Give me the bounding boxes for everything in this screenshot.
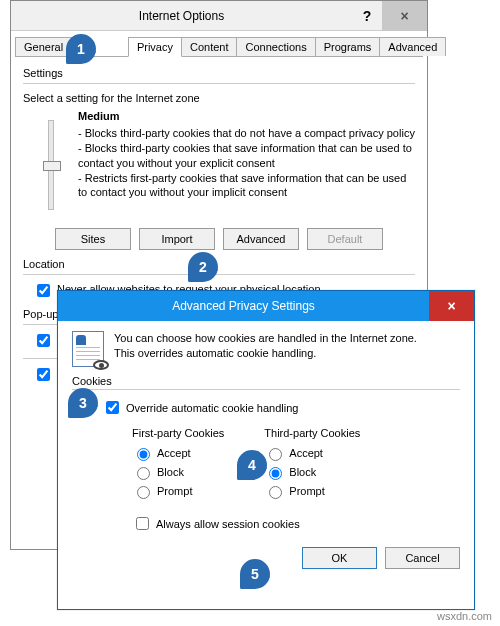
ok-button[interactable]: OK [302,547,377,569]
first-party-accept-radio[interactable] [137,448,150,461]
popup-blocker-checkbox[interactable] [37,334,50,347]
session-cookies-label: Always allow session cookies [156,518,300,530]
tab-advanced[interactable]: Advanced [379,37,446,56]
first-party-block-radio[interactable] [137,467,150,480]
override-cookie-label: Override automatic cookie handling [126,402,298,414]
advanced-button[interactable]: Advanced [223,228,299,250]
first-party-prompt-radio[interactable] [137,486,150,499]
tab-privacy[interactable]: Privacy [128,37,182,57]
close-button[interactable]: × [382,1,427,31]
zone-text: Select a setting for the Internet zone [23,92,415,104]
privacy-bullet: - Blocks third-party cookies that do not… [78,126,415,141]
radio-label: Accept [289,447,323,459]
inprivate-checkbox[interactable] [37,368,50,381]
first-party-label: First-party Cookies [132,427,224,439]
dialog-title: Advanced Privacy Settings [58,299,429,313]
privacy-bullet: - Blocks third-party cookies that save i… [78,141,415,171]
import-button[interactable]: Import [139,228,215,250]
session-cookies-checkbox[interactable] [136,517,149,530]
callout-marker: 5 [240,559,270,589]
radio-label: Accept [157,447,191,459]
tab-general[interactable]: General [15,37,72,56]
default-button[interactable]: Default [307,228,383,250]
advanced-privacy-dialog: Advanced Privacy Settings × You can choo… [57,290,475,610]
callout-marker: 2 [188,252,218,282]
privacy-bullet: - Restricts first-party cookies that sav… [78,171,415,201]
help-button[interactable]: ? [352,1,382,31]
cookies-label: Cookies [72,375,460,387]
privacy-document-icon [72,331,104,367]
close-icon: × [447,298,455,314]
first-party-group: First-party Cookies Accept Block Prompt [132,427,224,502]
window-title: Internet Options [11,1,352,31]
tab-connections[interactable]: Connections [236,37,315,56]
radio-label: Block [157,466,184,478]
radio-label: Block [289,466,316,478]
callout-marker: 4 [237,450,267,480]
override-cookie-checkbox[interactable] [106,401,119,414]
third-party-prompt-radio[interactable] [269,486,282,499]
dialog-description: You can choose how cookies are handled i… [114,331,417,361]
callout-marker: 1 [66,34,96,64]
location-never-checkbox[interactable] [37,284,50,297]
third-party-label: Third-party Cookies [264,427,360,439]
dialog-desc-line: You can choose how cookies are handled i… [114,332,417,344]
privacy-slider[interactable] [23,110,78,210]
radio-label: Prompt [289,485,324,497]
watermark: wsxdn.com [437,610,492,622]
dialog-desc-line: This overrides automatic cookie handling… [114,347,316,359]
tab-content[interactable]: Content [181,37,238,56]
third-party-group: Third-party Cookies Accept Block Prompt [264,427,360,502]
titlebar: Internet Options ? × [11,1,427,31]
tab-programs[interactable]: Programs [315,37,381,56]
dialog-titlebar: Advanced Privacy Settings × [58,291,474,321]
third-party-accept-radio[interactable] [269,448,282,461]
callout-marker: 3 [68,388,98,418]
radio-label: Prompt [157,485,192,497]
privacy-level: Medium [78,110,415,122]
cancel-button[interactable]: Cancel [385,547,460,569]
sites-button[interactable]: Sites [55,228,131,250]
dialog-close-button[interactable]: × [429,291,474,321]
settings-label: Settings [23,67,415,79]
